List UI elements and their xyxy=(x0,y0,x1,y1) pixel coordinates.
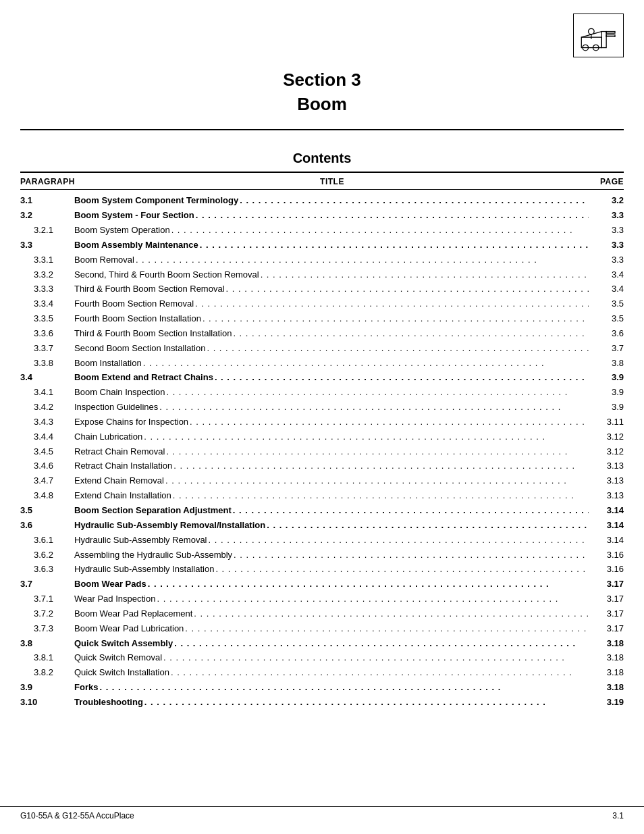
forklift-icon xyxy=(579,19,619,53)
toc-title: Boom Wear Pads . . . . . . . . . . . . .… xyxy=(74,578,590,591)
toc-title: Boom Installation . . . . . . . . . . . … xyxy=(74,357,590,370)
toc-para: 3.7.3 xyxy=(20,623,74,635)
toc-rule-top xyxy=(20,172,624,173)
toc-title-text: Third & Fourth Boom Section Installation xyxy=(74,328,232,340)
toc-dots: . . . . . . . . . . . . . . . . . . . . … xyxy=(165,475,589,488)
col-page-header: PAGE xyxy=(590,177,624,186)
toc-title-text: Retract Chain Removal xyxy=(74,446,165,459)
toc-dots: . . . . . . . . . . . . . . . . . . . . … xyxy=(207,342,589,355)
svg-rect-3 xyxy=(606,34,615,36)
svg-rect-2 xyxy=(606,31,615,33)
toc-dots: . . . . . . . . . . . . . . . . . . . . … xyxy=(173,460,589,473)
toc-para: 3.6.1 xyxy=(20,534,74,547)
toc-para: 3.4.2 xyxy=(20,401,74,414)
toc-title: Boom System - Four Section . . . . . . .… xyxy=(74,209,590,222)
toc-page: 3.19 xyxy=(590,696,624,709)
toc-title: Second Boom Section Installation . . . .… xyxy=(74,342,590,355)
toc-row: 3.7Boom Wear Pads . . . . . . . . . . . … xyxy=(20,577,624,592)
toc-title: Boom Wear Pad Replacement . . . . . . . … xyxy=(74,608,590,621)
toc-para: 3.7.2 xyxy=(20,608,74,621)
toc-row: 3.3.4Fourth Boom Section Removal . . . .… xyxy=(20,297,624,312)
toc-title-text: Hydraulic Sub-Assembly Removal xyxy=(74,534,207,547)
toc-title-text: Fourth Boom Section Installation xyxy=(74,313,201,325)
toc-page: 3.17 xyxy=(590,623,624,635)
toc-para: 3.3.3 xyxy=(20,283,74,296)
toc-title-text: Chain Lubrication xyxy=(74,431,142,444)
toc-dots: . . . . . . . . . . . . . . . . . . . . … xyxy=(261,269,589,282)
toc-row: 3.5Boom Section Separation Adjustment . … xyxy=(20,504,624,519)
toc-title-text: Boom Section Separation Adjustment xyxy=(74,504,232,517)
toc-title-text: Hydraulic Sub-Assembly Installation xyxy=(74,563,214,576)
toc-title-text: Quick Switch Assembly xyxy=(74,637,173,650)
toc-page: 3.7 xyxy=(590,342,624,355)
toc-page: 3.3 xyxy=(590,224,624,237)
toc-para: 3.4.1 xyxy=(20,386,74,399)
toc-row: 3.4.6Retract Chain Installation . . . . … xyxy=(20,459,624,474)
toc-page: 3.18 xyxy=(590,681,624,694)
toc-row: 3.3.5Fourth Boom Section Installation . … xyxy=(20,312,624,327)
toc-row: 3.9Forks . . . . . . . . . . . . . . . .… xyxy=(20,681,624,696)
toc-dots: . . . . . . . . . . . . . . . . . . . . … xyxy=(171,224,589,237)
page: Section 3 Boom Contents PARAGRAPH TITLE … xyxy=(0,0,644,834)
toc-title: Boom Section Separation Adjustment . . .… xyxy=(74,504,590,517)
toc-dots: . . . . . . . . . . . . . . . . . . . . … xyxy=(166,446,589,459)
toc-title: Quick Switch Removal . . . . . . . . . .… xyxy=(74,652,590,664)
toc-page: 3.12 xyxy=(590,431,624,444)
toc-page: 3.13 xyxy=(590,490,624,502)
toc-row: 3.10Troubleshooting . . . . . . . . . . … xyxy=(20,695,624,710)
toc-dots: . . . . . . . . . . . . . . . . . . . . … xyxy=(99,681,589,694)
toc-page: 3.13 xyxy=(590,475,624,488)
toc-para: 3.7 xyxy=(20,578,74,591)
toc-row: 3.4.1Boom Chain Inspection . . . . . . .… xyxy=(20,386,624,400)
toc-para: 3.1 xyxy=(20,194,74,207)
toc-title: Boom Chain Inspection . . . . . . . . . … xyxy=(74,386,590,399)
toc-title-text: Inspection Guidelines xyxy=(74,401,158,414)
toc-row: 3.8.1Quick Switch Removal . . . . . . . … xyxy=(20,651,624,666)
toc-para: 3.4.3 xyxy=(20,416,74,429)
toc-dots: . . . . . . . . . . . . . . . . . . . . … xyxy=(215,371,589,384)
toc-title-text: Assembling the Hydraulic Sub-Assembly xyxy=(74,549,232,562)
toc-row: 3.3Boom Assembly Maintenance . . . . . .… xyxy=(20,238,624,253)
toc-page: 3.18 xyxy=(590,652,624,664)
toc-page: 3.14 xyxy=(590,504,624,517)
toc-title: Boom System Component Terminology . . . … xyxy=(74,194,590,207)
toc-title-text: Forks xyxy=(74,681,98,694)
toc-title-text: Quick Switch Installation xyxy=(74,667,169,679)
toc-title-text: Boom Wear Pads xyxy=(74,578,146,591)
toc-dots: . . . . . . . . . . . . . . . . . . . . … xyxy=(196,209,589,222)
toc-dots: . . . . . . . . . . . . . . . . . . . . … xyxy=(159,401,589,414)
toc-dots: . . . . . . . . . . . . . . . . . . . . … xyxy=(194,608,589,621)
toc-row: 3.7.3Boom Wear Pad Lubrication . . . . .… xyxy=(20,621,624,636)
toc-row: 3.3.6Third & Fourth Boom Section Install… xyxy=(20,326,624,341)
toc-para: 3.2.1 xyxy=(20,224,74,237)
toc-dots: . . . . . . . . . . . . . . . . . . . . … xyxy=(185,623,589,635)
toc-para: 3.3.5 xyxy=(20,313,74,325)
toc-page: 3.8 xyxy=(590,357,624,370)
toc-para: 3.2 xyxy=(20,209,74,222)
toc-row: 3.4Boom Extend and Retract Chains . . . … xyxy=(20,371,624,386)
toc-title: Hydraulic Sub-Assembly Installation . . … xyxy=(74,563,590,576)
toc-page: 3.16 xyxy=(590,563,624,576)
title-rule xyxy=(20,129,624,130)
toc-para: 3.3 xyxy=(20,239,74,252)
col-paragraph-header: PARAGRAPH xyxy=(20,177,74,186)
toc-dots: . . . . . . . . . . . . . . . . . . . . … xyxy=(173,490,589,502)
toc-row: 3.1Boom System Component Terminology . .… xyxy=(20,194,624,209)
toc-dots: . . . . . . . . . . . . . . . . . . . . … xyxy=(163,652,589,664)
toc-row: 3.6.2Assembling the Hydraulic Sub-Assemb… xyxy=(20,548,624,563)
toc-page: 3.3 xyxy=(590,239,624,252)
contents-heading: Contents xyxy=(0,151,644,166)
toc-title-text: Extend Chain Installation xyxy=(74,490,171,502)
toc-page: 3.2 xyxy=(590,194,624,207)
toc-page: 3.18 xyxy=(590,667,624,679)
toc-page: 3.9 xyxy=(590,401,624,414)
toc-row: 3.6.1Hydraulic Sub-Assembly Removal . . … xyxy=(20,533,624,548)
toc-row: 3.8Quick Switch Assembly . . . . . . . .… xyxy=(20,636,624,651)
toc-para: 3.3.1 xyxy=(20,254,74,267)
toc-dots: . . . . . . . . . . . . . . . . . . . . … xyxy=(215,563,589,576)
toc-para: 3.5 xyxy=(20,504,74,517)
toc-row: 3.3.3Third & Fourth Boom Section Removal… xyxy=(20,282,624,297)
toc-page: 3.17 xyxy=(590,608,624,621)
toc-title: Boom System Operation . . . . . . . . . … xyxy=(74,224,590,237)
svg-rect-1 xyxy=(601,31,606,47)
